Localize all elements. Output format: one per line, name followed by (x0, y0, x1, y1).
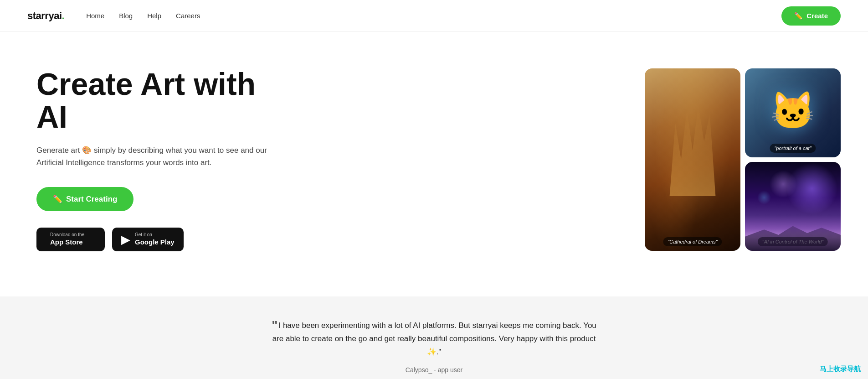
create-button[interactable]: ✏️ Create (781, 6, 841, 26)
start-creating-button[interactable]: ✏️ Start Creating (36, 187, 134, 211)
app-store-text: Download on the App Store (50, 232, 84, 247)
subtitle-part1: Generate art (36, 146, 80, 155)
create-label: Create (806, 12, 828, 20)
google-play-button[interactable]: ▶ Get it on Google Play (112, 228, 184, 251)
image-cat-label: "portrait of a cat" (770, 144, 816, 153)
google-play-icon: ▶ (121, 233, 130, 247)
logo-text: starryai (27, 10, 62, 21)
create-icon: ✏️ (794, 12, 803, 20)
testimonial-emoji: ✨ (427, 348, 437, 356)
nav-help[interactable]: Help (147, 12, 161, 20)
image-space-label: "AI in Control of The World" (758, 237, 828, 246)
hero-subtitle: Generate art 🎨 simply by describing what… (36, 144, 273, 169)
google-play-big: Google Play (135, 238, 175, 247)
app-store-button[interactable]: Download on the App Store (36, 228, 105, 251)
testimonial-text: I have been experimenting with a lot of … (272, 321, 596, 343)
testimonial-author: Calypso_ - app user (9, 366, 859, 374)
app-store-small: Download on the (50, 232, 84, 238)
image-cat: "portrait of a cat" (745, 68, 841, 157)
store-buttons: Download on the App Store ▶ Get it on Go… (36, 228, 273, 251)
nav-home[interactable]: Home (86, 12, 104, 20)
testimonial-section: "I have been experimenting with a lot of… (0, 296, 868, 379)
testimonial-quote: "I have been experimenting with a lot of… (270, 319, 598, 359)
logo: starryai. (27, 10, 64, 22)
nav-left: starryai. Home Blog Help Careers (27, 10, 200, 22)
hero-title: Create Art with AI (36, 68, 273, 133)
hero-text: Create Art with AI Generate art 🎨 simply… (36, 68, 273, 251)
subtitle-emoji: 🎨 (82, 146, 92, 155)
image-space: "AI in Control of The World" (745, 162, 841, 251)
hero-images: "Cathedral of Dreams" "portrait of a cat… (645, 68, 841, 251)
start-creating-icon: ✏️ (53, 194, 62, 204)
google-play-small: Get it on (135, 232, 175, 238)
hero-section: Create Art with AI Generate art 🎨 simply… (0, 32, 868, 296)
google-play-text: Get it on Google Play (135, 232, 175, 247)
navbar: starryai. Home Blog Help Careers ✏️ Crea… (0, 0, 868, 32)
open-quote: " (272, 318, 277, 332)
app-store-big: App Store (50, 238, 84, 247)
nav-blog[interactable]: Blog (119, 12, 133, 20)
logo-dot: . (62, 10, 65, 21)
nav-links: Home Blog Help Careers (86, 12, 200, 20)
image-cathedral: "Cathedral of Dreams" (645, 68, 740, 251)
nav-careers[interactable]: Careers (176, 12, 200, 20)
image-cathedral-label: "Cathedral of Dreams" (663, 237, 722, 246)
start-creating-label: Start Creating (66, 195, 117, 204)
